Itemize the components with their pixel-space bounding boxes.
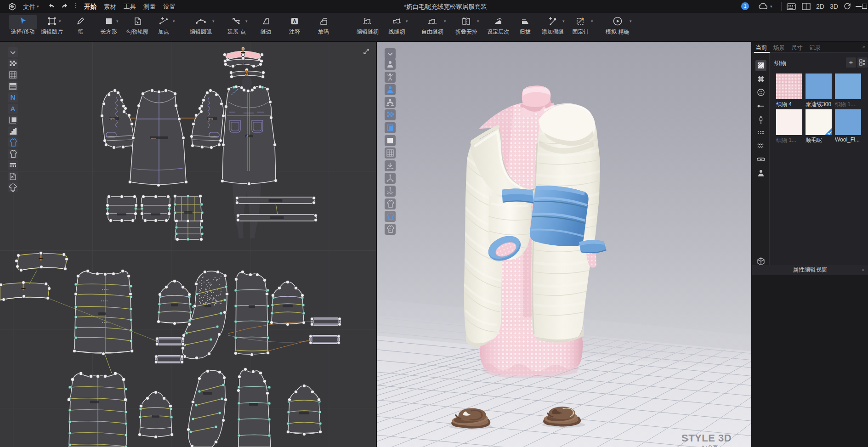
svg-text:A: A	[11, 105, 16, 113]
svg-text:A: A	[293, 18, 296, 24]
svg-text:A:: A:	[246, 135, 249, 138]
svg-text:H:: H:	[242, 62, 245, 66]
svg-text:-----: -----	[151, 136, 156, 140]
svg-text:%%: %%	[109, 117, 115, 120]
svg-text:%%: %%	[208, 117, 213, 120]
svg-text:N: N	[11, 93, 16, 101]
